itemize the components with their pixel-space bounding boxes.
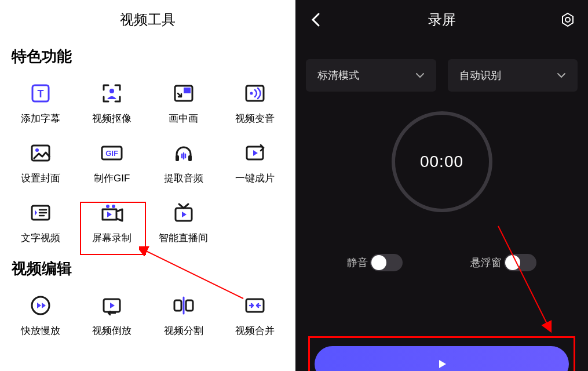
split-icon (171, 293, 196, 318)
svg-text:T: T (37, 88, 43, 100)
timer-wrap: 00:00 (295, 92, 588, 212)
tool-video-matting[interactable]: 视频抠像 (76, 81, 148, 125)
toggle-label: 静音 (347, 256, 368, 270)
svg-point-15 (106, 205, 109, 208)
screen-record-panel: 录屏 标清模式 自动识别 00:00 静音 悬浮窗 (295, 0, 588, 371)
settings-button[interactable] (559, 11, 576, 28)
clip-icon (242, 140, 268, 166)
start-record-button[interactable] (315, 346, 569, 371)
back-button[interactable] (307, 11, 324, 28)
mute-toggle-group: 静音 (347, 254, 403, 271)
tool-pip[interactable]: 画中画 (148, 81, 220, 125)
tool-set-cover[interactable]: 设置封面 (5, 140, 76, 185)
tool-label: 视频变音 (235, 112, 275, 125)
tool-label: 视频分割 (164, 324, 203, 337)
textvideo-icon (28, 200, 53, 225)
tool-label: 提取音频 (164, 172, 203, 185)
page-title: 视频工具 (0, 0, 295, 36)
svg-rect-21 (186, 300, 193, 311)
tool-split[interactable]: 视频分割 (148, 293, 220, 337)
tool-extract-audio[interactable]: 提取音频 (148, 140, 220, 185)
tool-voice-change[interactable]: 视频变音 (220, 81, 291, 125)
toggle-label: 悬浮窗 (470, 256, 502, 270)
play-icon (436, 358, 448, 370)
tool-label: 制作GIF (94, 172, 130, 185)
record-icon (99, 200, 125, 225)
float-toggle-group: 悬浮窗 (470, 254, 536, 271)
svg-rect-4 (184, 88, 191, 93)
tool-label: 智能直播间 (159, 231, 208, 245)
chevron-down-icon (557, 72, 566, 78)
section-header-features: 特色功能 (0, 36, 295, 74)
tool-merge[interactable]: 视频合并 (220, 293, 291, 337)
pip-icon (171, 81, 196, 106)
gif-icon: GIF (99, 140, 125, 166)
merge-icon (242, 293, 268, 318)
tool-label: 一键成片 (235, 172, 275, 185)
tool-label: 快放慢放 (21, 324, 60, 337)
mute-switch[interactable] (370, 254, 403, 271)
svg-point-24 (565, 17, 570, 22)
float-switch[interactable] (504, 254, 536, 271)
headphones-icon (171, 140, 196, 166)
tool-speed[interactable]: 快放慢放 (5, 293, 76, 337)
tool-label: 添加字幕 (21, 112, 60, 125)
tool-label: 视频合并 (235, 324, 275, 337)
svg-rect-20 (174, 300, 181, 311)
image-icon (28, 140, 53, 166)
tool-label: 设置封面 (21, 172, 60, 185)
dropdown-label: 自动识别 (459, 68, 501, 82)
speed-icon (28, 293, 53, 318)
tool-add-subtitle[interactable]: T 添加字幕 (5, 81, 76, 125)
video-tools-panel: 视频工具 特色功能 T 添加字幕 视频抠像 画中画 视频变音 (0, 0, 295, 371)
tool-one-click[interactable]: 一键成片 (220, 140, 291, 185)
tool-make-gif[interactable]: GIF 制作GIF (76, 140, 148, 185)
header: 录屏 (295, 0, 588, 39)
chevron-down-icon (415, 72, 425, 78)
dropdown-label: 标清模式 (317, 68, 359, 82)
tool-live-room[interactable]: 智能直播间 (148, 200, 220, 245)
timer-display: 00:00 (392, 111, 492, 212)
svg-rect-12 (188, 155, 192, 161)
reverse-icon (99, 293, 125, 318)
annotation-highlight (308, 336, 575, 371)
svg-point-16 (112, 205, 115, 208)
svg-point-6 (250, 92, 253, 95)
person-crop-icon (99, 81, 125, 106)
text-icon: T (28, 81, 53, 106)
tool-text-video[interactable]: 文字视频 (5, 200, 76, 245)
tool-label: 画中画 (169, 112, 198, 125)
svg-text:GIF: GIF (105, 149, 118, 158)
page-title: 录屏 (428, 10, 456, 29)
tool-reverse[interactable]: 视频倒放 (76, 293, 148, 337)
section-header-edit: 视频编辑 (0, 248, 295, 286)
voice-icon (242, 81, 268, 106)
dropdown-row: 标清模式 自动识别 (295, 39, 588, 92)
orientation-dropdown[interactable]: 自动识别 (448, 59, 578, 92)
tool-label: 屏幕录制 (92, 231, 132, 245)
tools-grid-edit: 快放慢放 视频倒放 视频分割 视频合并 (0, 286, 295, 341)
toggle-row: 静音 悬浮窗 (295, 212, 588, 271)
quality-dropdown[interactable]: 标清模式 (306, 59, 436, 92)
tool-label: 文字视频 (21, 231, 60, 245)
svg-point-8 (35, 148, 39, 152)
tool-label: 视频抠像 (92, 112, 132, 125)
tv-icon (171, 200, 196, 225)
tools-grid-features: T 添加字幕 视频抠像 画中画 视频变音 设置封面 (0, 74, 295, 248)
svg-rect-11 (176, 155, 179, 161)
tool-label: 视频倒放 (92, 324, 132, 337)
tool-screen-record[interactable]: 屏幕录制 (76, 200, 148, 245)
svg-rect-22 (246, 299, 264, 312)
svg-point-2 (109, 89, 114, 93)
